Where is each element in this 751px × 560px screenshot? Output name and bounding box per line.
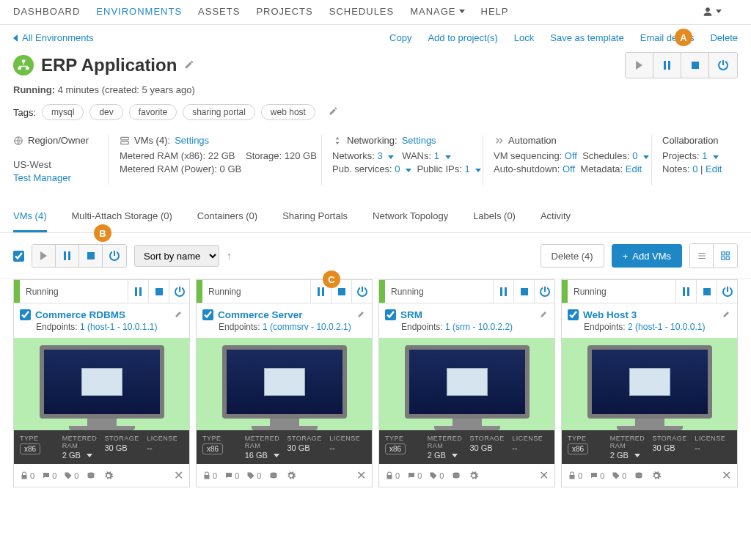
- tab-vms[interactable]: VMs (4): [13, 202, 47, 232]
- note-count[interactable]: 0: [407, 471, 422, 480]
- sort-direction-button[interactable]: ↑: [227, 250, 232, 262]
- edit-title-icon[interactable]: [184, 59, 194, 72]
- action-lock[interactable]: Lock: [514, 32, 534, 43]
- vm-name[interactable]: Commerce Server: [218, 309, 345, 320]
- tab-multi-attach-storage[interactable]: Multi-Attach Storage (0): [72, 202, 172, 232]
- bulk-play-button[interactable]: [32, 245, 56, 267]
- action-delete[interactable]: Delete: [710, 32, 738, 43]
- wans-count[interactable]: 1: [434, 150, 439, 161]
- metadata-edit[interactable]: Edit: [626, 163, 642, 174]
- nav-manage[interactable]: MANAGE: [410, 6, 464, 17]
- breadcrumb-back[interactable]: All Environments: [13, 32, 94, 43]
- vm-sequencing[interactable]: Off: [565, 150, 577, 161]
- list-view-button[interactable]: [690, 244, 714, 268]
- env-power-button[interactable]: [709, 53, 737, 78]
- nav-help[interactable]: HELP: [481, 6, 509, 17]
- action-save-template[interactable]: Save as template: [550, 32, 623, 43]
- vm-stop-button[interactable]: [696, 280, 717, 303]
- edit-vm-icon[interactable]: [357, 309, 366, 320]
- action-copy[interactable]: Copy: [389, 32, 411, 43]
- vm-pause-button[interactable]: [493, 280, 513, 303]
- nav-dashboard[interactable]: DASHBOARD: [13, 6, 80, 17]
- settings-icon[interactable]: [103, 471, 114, 481]
- tab-activity[interactable]: Activity: [541, 202, 571, 232]
- vm-stop-button[interactable]: [148, 280, 169, 303]
- vm-power-button[interactable]: [534, 280, 554, 303]
- label-count[interactable]: 0: [429, 471, 444, 480]
- vm-select-checkbox[interactable]: [385, 309, 396, 320]
- edit-vm-icon[interactable]: [540, 309, 549, 320]
- settings-icon[interactable]: [651, 471, 662, 481]
- vm-stop-button[interactable]: [513, 280, 534, 303]
- remove-vm-button[interactable]: ✕: [174, 468, 183, 482]
- disk-icon[interactable]: [451, 471, 461, 480]
- networks-count[interactable]: 3: [377, 150, 382, 161]
- vm-name[interactable]: SRM: [400, 309, 528, 320]
- vms-settings-link[interactable]: Settings: [175, 135, 209, 146]
- net-settings-link[interactable]: Settings: [402, 135, 436, 146]
- vm-ram[interactable]: 2 GB: [62, 451, 99, 460]
- delete-vms-button[interactable]: Delete (4): [541, 244, 604, 268]
- vm-name[interactable]: Web Host 3: [583, 309, 711, 320]
- disk-icon[interactable]: [634, 471, 644, 480]
- public-ips-count[interactable]: 1: [464, 163, 469, 174]
- select-all-checkbox[interactable]: [13, 251, 24, 262]
- vm-name[interactable]: Commerce RDBMS: [35, 309, 163, 320]
- note-count[interactable]: 0: [590, 471, 604, 480]
- remove-vm-button[interactable]: ✕: [722, 468, 731, 482]
- lock-count[interactable]: 0: [202, 471, 217, 480]
- endpoint-link[interactable]: 1 (host-1 - 10.0.1.1): [80, 322, 157, 332]
- vm-ram[interactable]: 2 GB: [610, 451, 647, 460]
- vm-ram[interactable]: 2 GB: [428, 451, 464, 460]
- action-add-to-projects[interactable]: Add to project(s): [428, 32, 497, 43]
- tag-sharing-portal[interactable]: sharing portal: [183, 104, 255, 120]
- vm-power-button[interactable]: [717, 280, 737, 303]
- tag-favorite[interactable]: favorite: [129, 104, 177, 120]
- label-count[interactable]: 0: [612, 471, 626, 480]
- endpoint-link[interactable]: 2 (host-1 - 10.0.0.1): [628, 322, 705, 332]
- env-play-button[interactable]: [626, 53, 653, 78]
- vm-power-button[interactable]: [169, 280, 189, 303]
- schedules-count[interactable]: 0: [632, 150, 637, 161]
- tab-labels[interactable]: Labels (0): [473, 202, 516, 232]
- bulk-stop-button[interactable]: [79, 245, 103, 267]
- settings-icon[interactable]: [286, 471, 296, 481]
- vm-thumbnail[interactable]: [14, 338, 189, 430]
- lock-count[interactable]: 0: [568, 471, 582, 480]
- lock-count[interactable]: 0: [20, 471, 34, 480]
- tab-network-topology[interactable]: Network Topology: [373, 202, 448, 232]
- vm-select-checkbox[interactable]: [568, 309, 579, 320]
- vm-thumbnail[interactable]: [379, 338, 554, 430]
- tag-dev[interactable]: dev: [89, 104, 122, 120]
- vm-thumbnail[interactable]: [562, 338, 737, 430]
- vm-ram[interactable]: 16 GB: [245, 451, 282, 460]
- edit-vm-icon[interactable]: [175, 309, 183, 320]
- note-count[interactable]: 0: [42, 471, 56, 480]
- bulk-pause-button[interactable]: [56, 245, 79, 267]
- label-count[interactable]: 0: [64, 471, 78, 480]
- disk-icon[interactable]: [268, 471, 279, 480]
- add-vms-button[interactable]: +Add VMs: [612, 244, 682, 268]
- vm-pause-button[interactable]: [675, 280, 696, 303]
- pub-services-count[interactable]: 0: [395, 163, 400, 174]
- remove-vm-button[interactable]: ✕: [356, 468, 366, 482]
- endpoint-link[interactable]: 1 (srm - 10.0.2.2): [445, 322, 513, 332]
- edit-vm-icon[interactable]: [722, 309, 731, 320]
- lock-count[interactable]: 0: [385, 471, 400, 480]
- user-menu[interactable]: [703, 7, 722, 17]
- tag-mysql[interactable]: mysql: [42, 104, 84, 120]
- env-pause-button[interactable]: [653, 53, 681, 78]
- note-count[interactable]: 0: [224, 471, 239, 480]
- label-count[interactable]: 0: [246, 471, 261, 480]
- owner-link[interactable]: Test Manager: [13, 172, 71, 183]
- env-stop-button[interactable]: [681, 53, 709, 78]
- notes-edit[interactable]: Edit: [706, 163, 722, 174]
- auto-shutdown[interactable]: Off: [563, 163, 575, 174]
- disk-icon[interactable]: [86, 471, 96, 480]
- endpoint-link[interactable]: 1 (commsrv - 10.0.2.1): [263, 322, 351, 332]
- vm-thumbnail[interactable]: [197, 338, 372, 430]
- notes-count[interactable]: 0: [692, 163, 697, 174]
- vm-select-checkbox[interactable]: [20, 309, 31, 320]
- settings-icon[interactable]: [469, 471, 479, 481]
- tab-containers[interactable]: Containers (0): [197, 202, 257, 232]
